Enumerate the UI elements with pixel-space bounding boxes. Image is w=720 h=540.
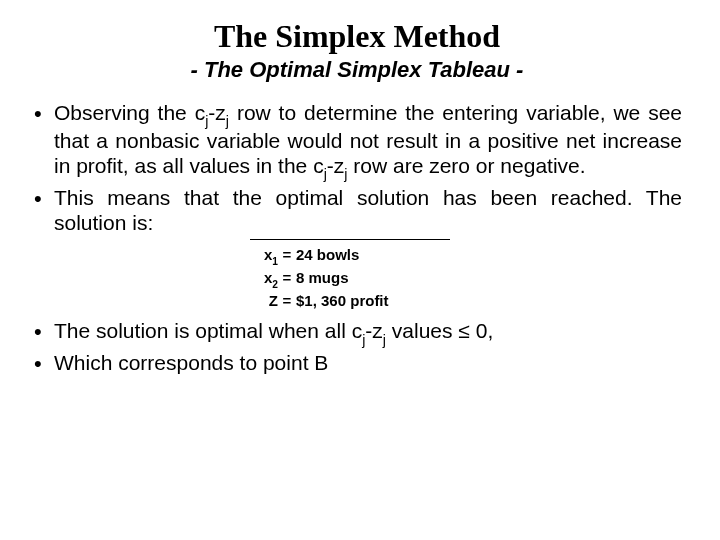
solution-box: x1 = 24 bowls x2 = 8 mugs Z = $1, 360 pr…: [250, 239, 450, 309]
solution-value: 8 mugs: [296, 269, 450, 286]
solution-row: x1 = 24 bowls: [250, 246, 450, 266]
subscript: j: [324, 166, 327, 182]
solution-variable: Z: [250, 292, 278, 309]
solution-variable: x1: [250, 246, 278, 266]
solution-value: 24 bowls: [296, 246, 450, 263]
subscript: j: [362, 332, 365, 348]
bullet-list-lower: The solution is optimal when all cj-zj v…: [32, 319, 682, 376]
solution-row: Z = $1, 360 profit: [250, 292, 450, 309]
equals-sign: =: [278, 292, 296, 309]
text-fragment: -z: [208, 101, 226, 124]
bullet-item-4: Which corresponds to point B: [32, 351, 682, 376]
slide-subtitle: - The Optimal Simplex Tableau -: [32, 57, 682, 83]
bullet-item-1: Observing the cj-zj row to determine the…: [32, 101, 682, 182]
solution-variable: x2: [250, 269, 278, 289]
solution-row: x2 = 8 mugs: [250, 269, 450, 289]
subscript: j: [383, 332, 386, 348]
subscript: j: [205, 113, 208, 129]
text-fragment: values ≤ 0,: [386, 319, 493, 342]
subscript: j: [226, 113, 229, 129]
equals-sign: =: [278, 269, 296, 286]
bullet-item-2: This means that the optimal solution has…: [32, 186, 682, 236]
bullet-list: Observing the cj-zj row to determine the…: [32, 101, 682, 235]
text-fragment: row are zero or negative.: [347, 154, 585, 177]
solution-value: $1, 360 profit: [296, 292, 450, 309]
text-fragment: -z: [365, 319, 383, 342]
subscript: 2: [272, 279, 278, 290]
text-fragment: -z: [327, 154, 345, 177]
subscript: 1: [272, 256, 278, 267]
var-base: Z: [269, 292, 278, 309]
equals-sign: =: [278, 246, 296, 263]
text-fragment: Observing the c: [54, 101, 205, 124]
slide-title: The Simplex Method: [32, 18, 682, 55]
bullet-item-3: The solution is optimal when all cj-zj v…: [32, 319, 682, 347]
text-fragment: The solution is optimal when all c: [54, 319, 362, 342]
